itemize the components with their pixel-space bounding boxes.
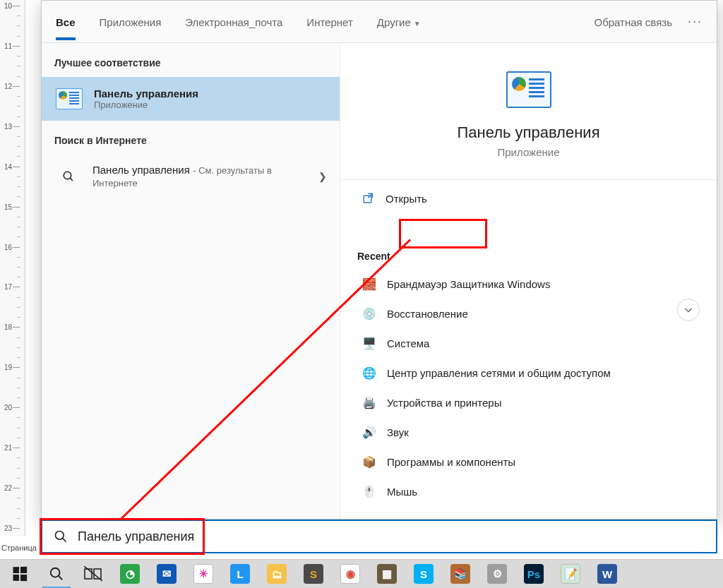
search-tabs: Все Приложения Электронная_почта Интерне… (42, 1, 717, 43)
recent-item-label: Программы и компоненты (387, 456, 515, 468)
taskbar-explorer[interactable]: 🗂 (258, 560, 295, 589)
recent-item-icon: 🌐 (362, 365, 377, 380)
recent-item-icon: 🔊 (362, 424, 377, 440)
taskview-icon (84, 566, 102, 582)
open-label: Открыть (386, 193, 427, 205)
preview-pane: Панель управления Приложение Открыть R (340, 43, 717, 519)
chevron-down-icon (683, 304, 694, 316)
taskbar-settings[interactable]: ⚙ (479, 560, 515, 589)
taskbar: ◔✉✳L🗂S◉▦S📚⚙Ps📝W (0, 559, 723, 588)
taskbar-sublime[interactable]: S (295, 560, 332, 589)
taskbar-taskview[interactable] (75, 560, 112, 589)
taskbar-skype[interactable]: S (405, 560, 442, 589)
recent-item[interactable]: 🖥️Система (357, 328, 700, 358)
recent-item[interactable]: 🌐Центр управления сетями и общим доступо… (357, 358, 700, 388)
word-icon: W (597, 564, 617, 584)
recent-item[interactable]: 🖨️Устройства и принтеры (357, 388, 700, 417)
taskbar-chrome[interactable]: ◉ (332, 560, 369, 589)
search-icon (49, 566, 64, 582)
tab-internet[interactable]: Интернет (306, 4, 352, 40)
recent-item-label: Система (387, 337, 429, 349)
browser-icon: ◔ (120, 564, 140, 584)
control-panel-icon (54, 84, 84, 114)
tab-apps[interactable]: Приложения (100, 4, 162, 40)
svg-point-5 (51, 568, 60, 577)
recent-item-label: Брандмауэр Защитника Windows (387, 278, 550, 290)
svg-point-0 (64, 172, 71, 179)
recent-item[interactable]: 💿Восстановление (357, 299, 700, 328)
taskbar-mail[interactable]: ✉ (148, 560, 185, 589)
svg-rect-7 (85, 569, 92, 579)
recent-item-icon: 📦 (362, 454, 377, 469)
tab-all[interactable]: Все (56, 4, 76, 40)
control-panel-large-icon (506, 71, 551, 108)
taskbar-textures[interactable]: ▦ (369, 560, 405, 589)
recent-item-label: Устройства и принтеры (387, 397, 501, 409)
more-icon[interactable]: ··· (688, 14, 703, 29)
recent-item[interactable]: 🖱️Мышь (357, 476, 700, 506)
taskbar-word[interactable]: W (589, 560, 626, 589)
recent-item[interactable]: 📦Программы и компоненты (357, 447, 700, 476)
settings-icon: ⚙ (487, 564, 507, 584)
web-item-title: Панель управления (92, 164, 190, 176)
status-page-label: Страница (1, 544, 37, 552)
svg-rect-2 (364, 196, 371, 203)
recent-item[interactable]: 🔊Звук (357, 417, 700, 447)
recent-item-label: Центр управления сетями и общим доступом (387, 367, 611, 379)
best-match-title: Панель управления (94, 88, 198, 100)
taskbar-snip[interactable]: ✳ (185, 560, 222, 589)
chevron-down-icon: ▼ (414, 20, 421, 28)
open-button[interactable]: Открыть (357, 180, 700, 217)
results-pane: Лучшее соответствие Панель управления Пр… (42, 43, 340, 519)
l-app-icon: L (230, 564, 250, 584)
textures-icon: ▦ (377, 564, 397, 584)
winrar-icon: 📚 (450, 564, 470, 584)
skype-icon: S (414, 564, 434, 584)
recent-header: Recent (357, 217, 700, 269)
svg-point-3 (56, 532, 64, 540)
svg-line-6 (59, 576, 62, 580)
chrome-icon: ◉ (340, 564, 360, 584)
feedback-link[interactable]: Обратная связь (594, 4, 672, 40)
recent-item[interactable]: 🧱Брандмауэр Защитника Windows (357, 269, 700, 299)
recent-item-icon: 🧱 (362, 276, 377, 292)
explorer-icon: 🗂 (267, 564, 287, 584)
taskbar-browser[interactable]: ◔ (112, 560, 148, 589)
photoshop-icon: Ps (524, 564, 544, 584)
snip-icon: ✳ (193, 564, 213, 584)
mail-icon: ✉ (157, 564, 177, 584)
search-icon (62, 170, 75, 183)
web-search-item[interactable]: Панель управления - См. результаты в Инт… (42, 155, 340, 198)
recent-item-label: Мышь (387, 486, 417, 498)
notepad-icon: 📝 (561, 564, 580, 584)
preview-title: Панель управления (457, 124, 599, 142)
taskbar-search[interactable] (38, 560, 75, 589)
search-flyout: Все Приложения Электронная_почта Интерне… (41, 0, 717, 520)
taskbar-photoshop[interactable]: Ps (515, 560, 552, 589)
tab-other[interactable]: Другие▼ (377, 4, 421, 40)
search-bar[interactable] (41, 520, 717, 553)
svg-line-1 (71, 179, 73, 181)
best-match-item[interactable]: Панель управления Приложение (42, 77, 340, 121)
expand-down-button[interactable] (677, 299, 700, 321)
tab-email[interactable]: Электронная_почта (185, 4, 282, 40)
search-input[interactable] (78, 529, 705, 544)
recent-item-label: Восстановление (387, 308, 468, 320)
recent-list: 🧱Брандмауэр Защитника Windows💿Восстановл… (357, 269, 700, 506)
sublime-icon: S (304, 564, 323, 584)
svg-line-4 (63, 539, 66, 542)
vertical-ruler: 1011121314151617181920212223 (0, 0, 25, 536)
taskbar-notepad[interactable]: 📝 (552, 560, 589, 589)
recent-item-icon: 🖱️ (362, 484, 377, 499)
recent-item-icon: 🖨️ (362, 395, 377, 410)
best-match-subtitle: Приложение (94, 100, 198, 110)
taskbar-winrar[interactable]: 📚 (442, 560, 479, 589)
web-search-header: Поиск в Интернете (42, 121, 340, 155)
ruler-gutter (25, 0, 41, 536)
search-icon (54, 529, 68, 544)
recent-item-icon: 🖥️ (362, 335, 377, 351)
taskbar-start[interactable] (1, 560, 38, 589)
preview-subtitle: Приложение (498, 146, 560, 158)
taskbar-l-app[interactable]: L (222, 560, 258, 589)
recent-item-label: Звук (387, 426, 409, 438)
